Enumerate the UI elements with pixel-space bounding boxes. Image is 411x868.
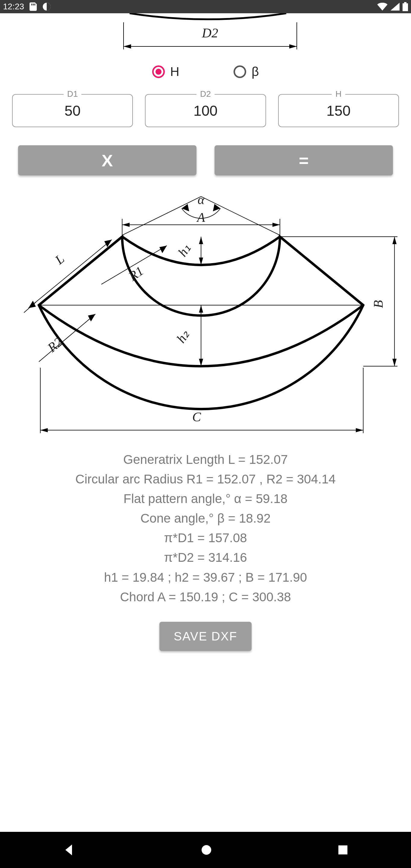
alpha-label: α xyxy=(198,193,205,207)
calculate-button[interactable]: = xyxy=(215,145,393,176)
svg-marker-30 xyxy=(159,246,167,253)
svg-marker-10 xyxy=(289,44,297,49)
svg-rect-4 xyxy=(404,2,407,3)
clear-button[interactable]: X xyxy=(18,145,196,176)
svg-line-11 xyxy=(39,237,122,305)
inputs-row: D1 50 D2 100 H 150 xyxy=(0,88,411,136)
nav-home-icon[interactable] xyxy=(200,844,213,856)
svg-rect-5 xyxy=(403,3,408,11)
svg-line-13 xyxy=(122,196,201,235)
wifi-icon xyxy=(377,3,387,10)
button-row: X = xyxy=(0,136,411,187)
result-h: h1 = 19.84 ; h2 = 39.67 ; B = 171.90 xyxy=(12,567,399,587)
B-label: B xyxy=(371,300,385,308)
input-h-label: H xyxy=(332,89,345,99)
input-d1-wrap: D1 50 xyxy=(12,94,133,127)
radio-beta[interactable]: β xyxy=(233,64,259,79)
input-d2-label: D2 xyxy=(196,89,215,99)
svg-marker-27 xyxy=(28,301,36,308)
svg-rect-0 xyxy=(31,4,32,5)
input-h-wrap: H 150 xyxy=(278,94,399,127)
radio-beta-indicator xyxy=(233,65,246,78)
A-label: A xyxy=(196,210,205,224)
svg-rect-50 xyxy=(338,845,347,855)
nav-recent-icon[interactable] xyxy=(337,844,349,856)
svg-marker-20 xyxy=(122,223,130,227)
input-d2[interactable]: 100 xyxy=(145,94,266,127)
svg-marker-34 xyxy=(199,237,203,244)
radio-h-indicator xyxy=(152,65,165,78)
results-block: Generatrix Length L = 152.07 Circular ar… xyxy=(0,444,411,613)
signal-icon xyxy=(390,3,400,10)
status-bar: 12:23 xyxy=(0,0,411,13)
diagram-top: D2 xyxy=(0,13,411,53)
svg-line-12 xyxy=(280,237,363,305)
radio-h[interactable]: H xyxy=(152,64,179,79)
svg-line-14 xyxy=(201,196,280,235)
result-piD2: π*D2 = 314.16 xyxy=(12,548,399,567)
result-alpha: Flat pattern angle,° α = 59.18 xyxy=(12,489,399,508)
result-chord: Chord A = 150.19 ; C = 300.38 xyxy=(12,587,399,607)
h2-label: h₂ xyxy=(173,327,193,345)
svg-marker-21 xyxy=(273,223,280,227)
svg-marker-43 xyxy=(40,428,48,432)
input-d1[interactable]: 50 xyxy=(12,94,133,127)
nav-back-icon[interactable] xyxy=(62,843,76,857)
input-d1-label: D1 xyxy=(64,89,82,99)
radio-beta-label: β xyxy=(252,64,259,79)
svg-marker-9 xyxy=(124,44,131,49)
sd-card-icon xyxy=(30,2,37,11)
result-R: Circular arc Radius R1 = 152.07 , R2 = 3… xyxy=(12,469,399,489)
R2-label: R2 xyxy=(44,335,65,355)
svg-marker-44 xyxy=(356,428,363,432)
svg-marker-37 xyxy=(199,305,203,313)
save-dxf-button[interactable]: SAVE DXF xyxy=(159,622,252,651)
svg-marker-32 xyxy=(88,314,96,321)
svg-line-26 xyxy=(28,240,112,308)
diagram-flat-pattern: α A L xyxy=(12,193,399,441)
L-label: L xyxy=(52,251,67,267)
result-L: Generatrix Length L = 152.07 xyxy=(12,450,399,469)
android-nav-bar xyxy=(0,832,411,868)
svg-rect-2 xyxy=(34,4,35,5)
battery-icon xyxy=(403,2,408,11)
status-time: 12:23 xyxy=(3,2,24,11)
result-piD1: π*D1 = 157.08 xyxy=(12,528,399,548)
C-label: C xyxy=(192,410,201,424)
svg-point-49 xyxy=(201,845,211,855)
svg-rect-1 xyxy=(33,4,34,5)
radio-h-label: H xyxy=(170,64,179,79)
contrast-icon xyxy=(42,2,51,11)
svg-marker-48 xyxy=(392,359,397,366)
input-d2-wrap: D2 100 xyxy=(145,94,266,127)
h1-label: h₁ xyxy=(175,241,194,259)
input-h[interactable]: 150 xyxy=(278,94,399,127)
svg-marker-47 xyxy=(392,237,397,244)
result-beta: Cone angle,° β = 18.92 xyxy=(12,508,399,528)
d2-dim-label: D2 xyxy=(201,26,218,40)
mode-radio-group: H β xyxy=(0,53,411,88)
